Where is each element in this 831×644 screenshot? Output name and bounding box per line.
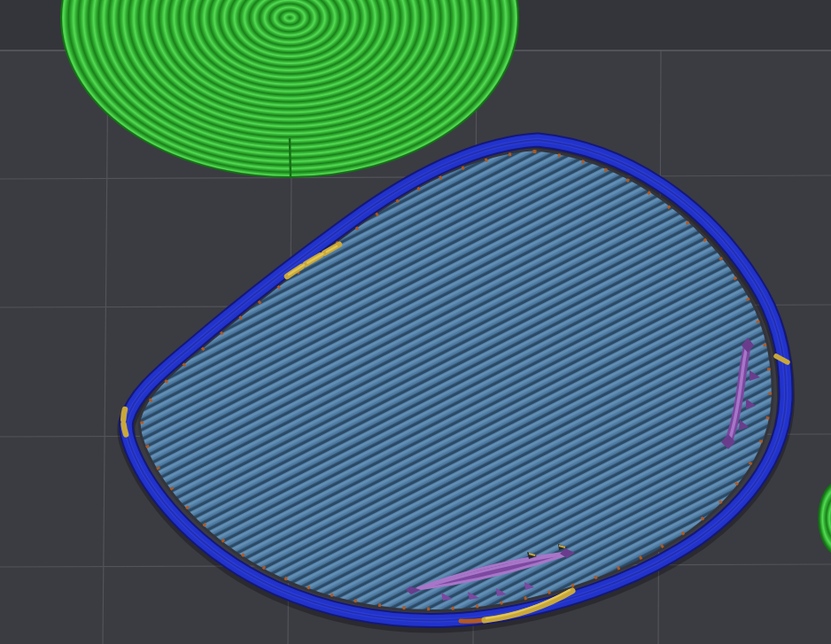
green-disc-seam-notch (290, 138, 291, 178)
preview-canvas[interactable] (0, 0, 831, 644)
gap-fill-left (123, 409, 127, 437)
overhang-bottom-segment (461, 620, 484, 621)
gcode-preview-viewport[interactable] (0, 0, 831, 644)
